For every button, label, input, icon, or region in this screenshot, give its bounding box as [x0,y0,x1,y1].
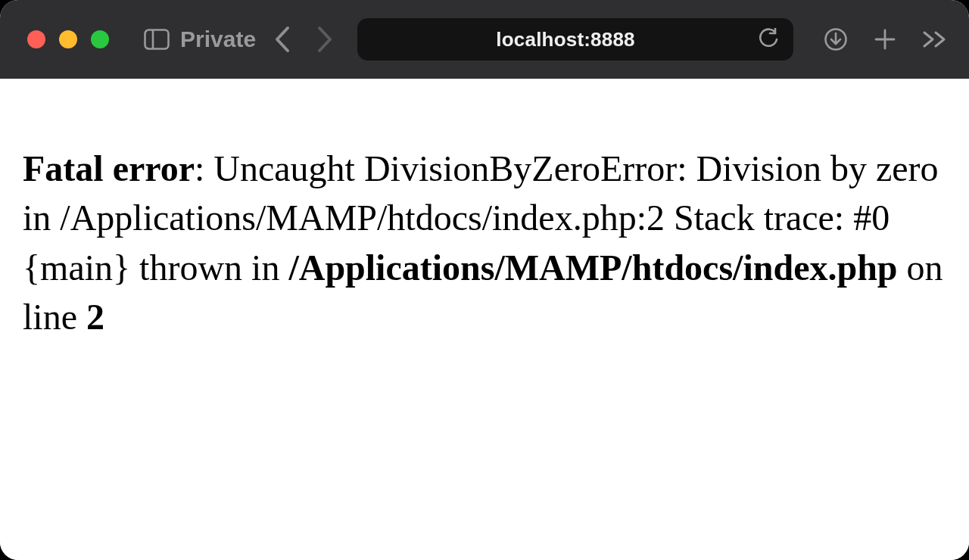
downloads-button[interactable] [824,27,848,51]
minimize-window-button[interactable] [59,30,77,48]
browser-toolbar: Private localhost:8888 [0,0,969,79]
svg-rect-0 [145,30,169,49]
new-tab-button[interactable] [874,28,896,51]
address-text: localhost:8888 [372,28,759,51]
forward-button[interactable] [316,26,333,53]
error-file: /Applications/MAMP/htdocs/index.php [288,247,897,288]
private-label: Private [180,26,256,52]
back-button[interactable] [274,26,291,53]
window-controls [27,30,109,48]
error-label: Fatal error [23,148,195,188]
toolbar-right [824,27,948,51]
address-bar[interactable]: localhost:8888 [357,18,793,61]
sidebar-icon [144,29,170,50]
navigation-arrows [274,26,333,53]
sidebar-toggle[interactable]: Private [144,26,256,52]
php-error-message: Fatal error: Uncaught DivisionByZeroErro… [23,144,946,341]
close-window-button[interactable] [27,30,45,48]
zoom-window-button[interactable] [91,30,109,48]
error-line: 2 [86,297,104,337]
page-content: Fatal error: Uncaught DivisionByZeroErro… [0,79,969,560]
overflow-button[interactable] [922,30,948,48]
reload-button[interactable] [759,28,778,51]
browser-window: Private localhost:8888 [0,0,969,560]
